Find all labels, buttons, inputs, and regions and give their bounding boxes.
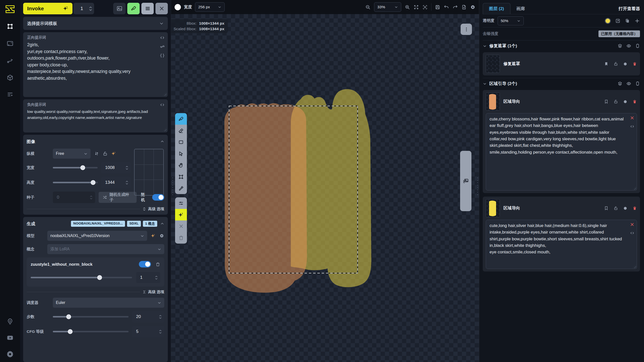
layer-color-swatch[interactable] [605,18,611,24]
menu-button[interactable] [141,3,154,14]
model-select[interactable]: noobaiXLNAIXL_vPred10Version [47,231,147,241]
layer-visibility-dot-icon[interactable] [623,62,627,66]
model-settings-gear-icon[interactable] [159,233,164,238]
queue-count-stepper[interactable]: 1 [73,3,94,14]
cancel-tool[interactable] [175,220,187,232]
zoom-level-select[interactable]: 33% [374,2,401,12]
filter-tool[interactable] [175,197,187,209]
resize-grip[interactable] [163,128,167,131]
fit-canvas-icon[interactable] [414,5,419,10]
lock-icon[interactable] [614,206,618,210]
delete-layer-icon[interactable] [632,206,637,210]
cancel-button[interactable] [155,3,168,14]
width-input[interactable]: 1008 [101,162,131,173]
aspect-select[interactable]: Free [53,149,91,159]
eraser-tool[interactable] [175,125,187,136]
code-icon[interactable] [160,102,165,107]
fit-bbox-icon[interactable] [422,5,428,10]
height-slider[interactable] [53,182,98,183]
sidebar-item-workflows[interactable] [6,57,14,64]
negative-prompt-input[interactable]: low quality,worst quality,normal quality… [27,109,160,126]
code-icon[interactable] [160,35,165,40]
braces-icon[interactable] [160,53,165,58]
duplicate-layer-icon[interactable] [625,18,630,23]
merge-layers-icon[interactable] [618,43,622,48]
queue-count-arrows[interactable] [89,7,92,11]
sidebar-item-canvas[interactable] [6,23,14,30]
video-tutorials-icon[interactable] [6,334,14,341]
code-icon[interactable] [630,124,634,129]
visibility-eye-icon[interactable] [626,43,631,48]
brush-width-select[interactable]: 256 px [195,2,225,12]
scheduler-select[interactable]: Euler [53,298,164,308]
remove-prompt-icon[interactable] [630,116,634,120]
resize-grip[interactable] [163,92,167,96]
sidebar-item-queue[interactable] [6,91,14,99]
redo-icon[interactable] [453,5,458,10]
cfg-input[interactable]: 5 [132,326,164,337]
settings-gear-icon[interactable] [6,350,14,357]
gallery-drawer-handle[interactable] [460,151,471,211]
lock-aspect-icon[interactable] [103,151,108,156]
brush-tool[interactable] [175,113,187,125]
bookmark-icon[interactable] [604,206,609,210]
canvas-context-menu-button[interactable] [461,24,472,35]
left-panel-resize-handle[interactable] [172,177,174,195]
zoom-out-icon[interactable] [365,5,371,10]
tab-gallery[interactable]: 画廊 [510,3,531,14]
collapse-section-button[interactable] [160,222,164,226]
regional-guidance-group-header[interactable]: 区域引导 (2个) [483,78,640,89]
canvas-viewport[interactable]: Bbox: 1008×1344 px Scaled Bbox: 1008×134… [171,14,479,362]
layer-visibility-dot-icon[interactable] [623,100,627,104]
steps-slider[interactable] [53,316,129,318]
delete-layer-icon[interactable] [632,99,637,104]
model-sparkle-icon[interactable] [151,233,156,238]
open-viewer-button[interactable]: 打开查看器 [619,6,640,14]
zoom-in-icon[interactable] [405,5,410,10]
image-advanced-options[interactable]: 高级 选项 [142,207,164,211]
opacity-select[interactable]: 50% [498,16,524,25]
generation-advanced-options[interactable]: 高级 选项 [142,290,164,294]
right-panel-resize-handle[interactable] [476,177,478,195]
layer-visibility-dot-icon[interactable] [623,206,627,210]
select-tool[interactable] [175,148,187,159]
tab-layers[interactable]: 图层 (2) [483,3,510,14]
merge-layers-icon[interactable] [618,81,622,86]
lora-weight-slider[interactable] [31,277,132,278]
save-icon[interactable] [435,5,440,10]
prompt-template-selector[interactable]: 选择提示词模板 [23,17,168,30]
region1-layer-card[interactable]: 区域导向 cute,cherry blossoms,hair flower,pi… [483,90,640,193]
region2-prompt-input[interactable]: cute,long hair,silver hair,blue hair,(me… [486,220,637,269]
region1-prompt-input[interactable]: cute,cherry blossoms,hair flower,pink fl… [486,113,637,191]
sidebar-item-upscaling[interactable] [6,40,14,47]
lock-icon[interactable] [614,99,618,104]
width-slider[interactable] [53,167,98,168]
optimize-size-icon[interactable] [111,151,116,156]
pan-tool[interactable] [175,159,187,171]
region2-layer-card[interactable]: 区域导向 cute,long hair,silver hair,blue hai… [483,197,640,272]
delete-layer-icon[interactable] [632,62,637,66]
color-picker-tool[interactable] [175,183,187,194]
height-input[interactable]: 1344 [101,177,131,188]
positive-prompt-input[interactable]: 2girls, yuri,eye contact,princess carry,… [27,41,160,95]
image-mode-button[interactable] [113,3,126,14]
steps-input[interactable]: 20 [132,311,164,323]
new-session-icon[interactable] [461,5,467,10]
help-bulb-icon[interactable] [6,318,14,325]
seed-input[interactable]: 0 [53,192,95,203]
rectangle-tool[interactable] [175,136,187,148]
random-seed-toggle[interactable] [152,194,164,201]
inpaint-mask-group-header[interactable]: 修复遮罩 (1个) [483,40,640,51]
bookmark-icon[interactable] [604,62,609,66]
add-layer-icon[interactable] [634,18,640,24]
canvas-settings-gear-icon[interactable] [470,5,475,10]
lora-weight-input[interactable]: 1 [136,272,160,283]
lora-delete-icon[interactable] [155,262,160,267]
fit-layer-icon[interactable] [615,18,620,23]
visibility-eye-icon[interactable] [626,81,631,86]
collapse-section-button[interactable] [160,140,164,144]
swap-dimensions-icon[interactable] [94,151,99,156]
bookmark-icon[interactable] [604,99,609,104]
lock-icon[interactable] [614,62,618,66]
transform-tool[interactable] [175,171,187,183]
